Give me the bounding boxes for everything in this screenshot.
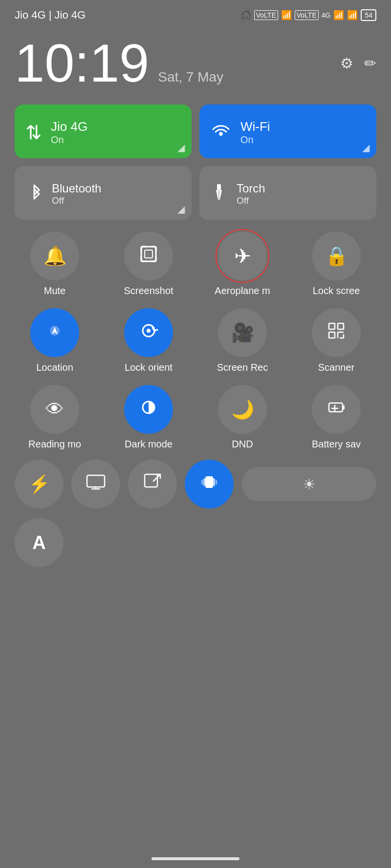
location-item: Location: [21, 308, 89, 373]
darkmode-button[interactable]: [124, 385, 173, 434]
mobile-data-tile[interactable]: ⇅ Jio 4G On ◢: [15, 105, 192, 158]
batterysave-icon: [325, 396, 348, 423]
lockscreen-item: 🔒 Lock scree: [302, 232, 370, 296]
circle-row-3: 👁 Reading mo Dark mode 🌙 DND: [8, 385, 383, 450]
wifi-tile-arrow: ◢: [362, 142, 369, 153]
mute-item: 🔔 Mute: [21, 232, 89, 296]
small-tiles-row: Bluetooth Off ◢ Torch Off: [15, 166, 376, 220]
battery-indicator: 54: [361, 9, 376, 21]
dnd-icon: 🌙: [231, 399, 254, 420]
svg-rect-23: [343, 405, 345, 409]
readingmode-item: 👁 Reading mo: [21, 385, 89, 450]
batterysave-item: Battery sav: [302, 385, 370, 450]
screenshot-item: Screenshot: [114, 232, 183, 296]
extlink-icon: [142, 471, 163, 497]
mute-button[interactable]: 🔔: [30, 232, 79, 280]
svg-point-13: [147, 329, 151, 333]
4g-icon: 4G: [322, 11, 331, 19]
home-bar[interactable]: [152, 857, 239, 860]
dnd-item: 🌙 DND: [208, 385, 277, 450]
darkmode-label: Dark mode: [125, 439, 173, 450]
svg-rect-15: [338, 323, 344, 329]
mobile-data-arrow: ◢: [177, 142, 185, 153]
torch-title: Torch: [237, 182, 265, 195]
lockorient-label: Lock orient: [125, 362, 173, 373]
status-bar: Jio 4G | Jio 4G 🎧 VoLTE 📶 VoLTE 4G 📶 📶 5…: [0, 0, 391, 26]
batterysave-label: Battery sav: [312, 439, 361, 450]
svg-rect-16: [329, 332, 335, 338]
batterysave-button[interactable]: [312, 385, 361, 434]
circle-row-2: Location Lock orient 🎥 Screen Rec: [8, 308, 383, 373]
location-label: Location: [36, 362, 73, 373]
circle-row-1: 🔔 Mute: [8, 232, 383, 296]
wifi-tile[interactable]: Wi-Fi On ◢: [199, 105, 376, 158]
screenrec-item: 🎥 Screen Rec: [208, 308, 277, 373]
edit-icon[interactable]: ✏: [364, 55, 376, 72]
lockorient-button[interactable]: [124, 308, 173, 357]
svg-rect-14: [329, 323, 335, 329]
headphone-icon: 🎧: [240, 10, 251, 21]
scanner-button[interactable]: [312, 308, 361, 357]
time-display: 10:19 Sat, 7 May: [15, 36, 223, 90]
aeroplane-item: ✈ Aeroplane m: [208, 232, 277, 296]
location-icon: [44, 320, 65, 346]
svg-rect-1: [141, 247, 156, 261]
svg-rect-29: [145, 474, 157, 487]
wifi-tile-sub: On: [240, 134, 270, 146]
bluetooth-tile[interactable]: Bluetooth Off ◢: [15, 166, 192, 220]
font-row: A: [0, 513, 391, 582]
screenshot-button[interactable]: [124, 232, 173, 280]
torch-tile[interactable]: Torch Off: [199, 166, 376, 220]
settings-icon[interactable]: ⚙: [340, 55, 353, 72]
vibrate-button[interactable]: [185, 460, 234, 508]
location-button[interactable]: [30, 308, 79, 357]
scanner-item: Scanner: [302, 308, 370, 373]
volte1-icon: VoLTE: [254, 10, 278, 20]
readingmode-icon: 👁: [45, 399, 64, 420]
screenrec-button[interactable]: 🎥: [218, 308, 267, 357]
extlink-button[interactable]: [128, 460, 177, 508]
mobile-data-icon: ⇅: [25, 121, 42, 144]
readingmode-button[interactable]: 👁: [30, 385, 79, 434]
font-size-button[interactable]: A: [15, 518, 64, 567]
status-icons: 🎧 VoLTE 📶 VoLTE 4G 📶 📶 54: [240, 9, 376, 21]
brightness-icon: ☀: [303, 476, 316, 493]
vibrate-icon: [198, 471, 220, 497]
lockorient-item: Lock orient: [114, 308, 183, 373]
aeroplane-button[interactable]: ✈: [218, 232, 267, 280]
svg-rect-33: [201, 480, 203, 485]
brightness-slider[interactable]: ☀: [241, 467, 376, 501]
wifi-tile-icon: [210, 121, 232, 144]
wifi-tile-text: Wi-Fi On: [240, 119, 270, 146]
screenrec-icon: 🎥: [231, 322, 254, 343]
svg-rect-26: [87, 475, 105, 487]
display-icon: [85, 471, 107, 497]
wifi-status-icon: 📶: [347, 10, 358, 21]
lockscreen-button[interactable]: 🔒: [312, 232, 361, 280]
svg-rect-31: [203, 478, 205, 486]
font-icon: A: [32, 532, 45, 553]
darkmode-icon: [137, 396, 160, 423]
lockscreen-label: Lock scree: [313, 285, 360, 296]
scanner-label: Scanner: [318, 362, 355, 373]
dnd-button[interactable]: 🌙: [218, 385, 267, 434]
readingmode-label: Reading mo: [28, 439, 81, 450]
circle-grid: 🔔 Mute: [0, 220, 391, 450]
lockorient-icon: [137, 319, 160, 346]
volte2-icon: VoLTE: [295, 10, 319, 20]
screenshot-label: Screenshot: [124, 285, 173, 296]
display-button[interactable]: [71, 460, 120, 508]
screenshot-icon: [137, 243, 160, 270]
mobile-data-text: Jio 4G On: [51, 119, 87, 146]
flash-button[interactable]: ⚡: [15, 460, 64, 508]
bottom-icons-row: ⚡ ☀: [0, 450, 391, 513]
clock-time: 10:19: [15, 36, 149, 90]
carrier-text: Jio 4G | Jio 4G: [15, 9, 86, 21]
dnd-label: DND: [232, 439, 253, 450]
mobile-data-title: Jio 4G: [51, 119, 87, 134]
quick-tiles: ⇅ Jio 4G On ◢ Wi-Fi On ◢: [0, 95, 391, 220]
big-tiles-row: ⇅ Jio 4G On ◢ Wi-Fi On ◢: [15, 105, 376, 158]
mobile-data-sub: On: [51, 134, 87, 146]
mute-label: Mute: [44, 285, 65, 296]
torch-sub: Off: [237, 195, 265, 206]
